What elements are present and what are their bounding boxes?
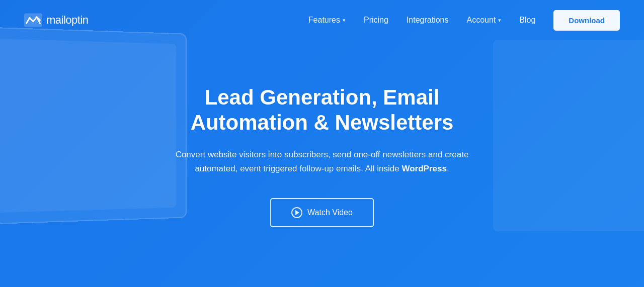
- nav-link-features[interactable]: Features ▾: [308, 16, 346, 25]
- navbar: mailoptin Features ▾ Pricing Integration…: [0, 0, 644, 40]
- hero-content: Lead Generation, Email Automation & News…: [0, 40, 644, 287]
- nav-item-pricing[interactable]: Pricing: [364, 16, 388, 25]
- nav-item-download[interactable]: Download: [553, 10, 620, 31]
- logo-link[interactable]: mailoptin: [24, 13, 89, 27]
- nav-item-features[interactable]: Features ▾: [308, 16, 346, 25]
- hero-description: Convert website visitors into subscriber…: [156, 148, 488, 176]
- watch-video-button[interactable]: Watch Video: [270, 198, 374, 227]
- nav-link-integrations[interactable]: Integrations: [407, 16, 449, 25]
- download-button[interactable]: Download: [553, 10, 620, 31]
- nav-link-pricing[interactable]: Pricing: [364, 16, 388, 25]
- logo-icon: [24, 13, 42, 27]
- play-triangle: [295, 210, 299, 215]
- play-circle-icon: [291, 207, 302, 218]
- hero-title: Lead Generation, Email Automation & News…: [151, 85, 493, 136]
- nav-item-integrations[interactable]: Integrations: [407, 16, 449, 25]
- nav-link-account[interactable]: Account ▾: [466, 16, 501, 25]
- nav-link-blog[interactable]: Blog: [519, 16, 535, 25]
- features-chevron-icon: ▾: [343, 17, 346, 24]
- nav-item-blog[interactable]: Blog: [519, 16, 535, 25]
- nav-links: Features ▾ Pricing Integrations Account …: [308, 10, 620, 31]
- hero-section: mailoptin Features ▾ Pricing Integration…: [0, 0, 644, 287]
- logo-text: mailoptin: [46, 14, 89, 27]
- account-chevron-icon: ▾: [498, 17, 501, 24]
- nav-item-account[interactable]: Account ▾: [466, 16, 501, 25]
